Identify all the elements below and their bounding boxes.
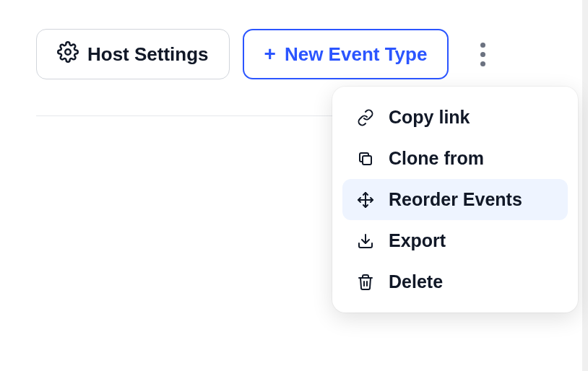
more-options-button[interactable] xyxy=(464,36,501,72)
menu-item-clone-from[interactable]: Clone from xyxy=(342,138,568,179)
host-settings-label: Host Settings xyxy=(87,43,209,66)
menu-item-label: Delete xyxy=(389,271,443,292)
menu-item-label: Export xyxy=(389,230,446,251)
svg-rect-1 xyxy=(363,156,371,165)
trash-icon xyxy=(355,272,376,292)
new-event-type-label: New Event Type xyxy=(285,43,427,66)
more-vertical-icon xyxy=(480,43,485,66)
plus-icon: + xyxy=(264,44,276,64)
scrollbar-gutter xyxy=(582,0,588,371)
menu-item-delete[interactable]: Delete xyxy=(342,261,568,302)
menu-item-label: Reorder Events xyxy=(389,189,522,210)
new-event-type-button[interactable]: + New Event Type xyxy=(243,29,449,79)
download-icon xyxy=(355,231,376,251)
gear-icon xyxy=(57,41,79,68)
move-icon xyxy=(355,190,376,210)
menu-item-reorder-events[interactable]: Reorder Events xyxy=(342,179,568,220)
link-icon xyxy=(355,108,376,128)
menu-item-label: Clone from xyxy=(389,148,484,169)
more-options-menu: Copy link Clone from Reorder Events xyxy=(332,87,578,313)
menu-item-copy-link[interactable]: Copy link xyxy=(342,97,568,138)
clone-icon xyxy=(355,149,376,169)
host-settings-button[interactable]: Host Settings xyxy=(36,29,230,79)
svg-point-0 xyxy=(65,49,71,55)
menu-item-label: Copy link xyxy=(389,107,470,128)
menu-item-export[interactable]: Export xyxy=(342,220,568,261)
